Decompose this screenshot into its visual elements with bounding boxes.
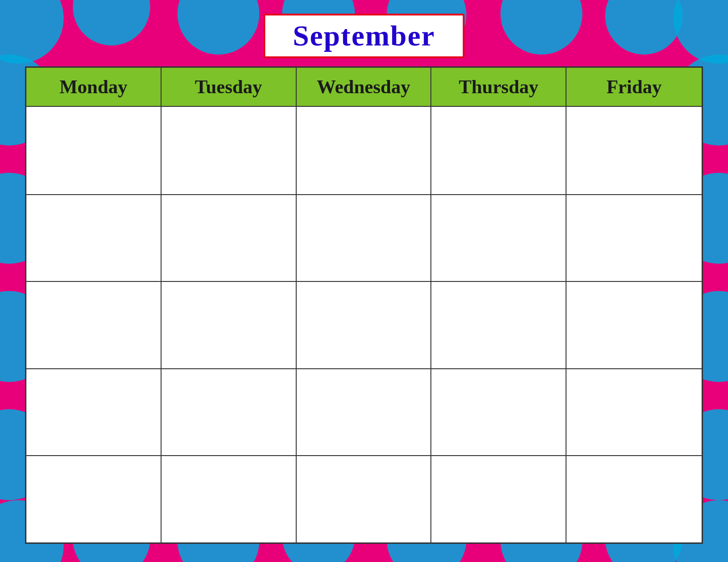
calendar-container: MondayTuesdayWednesdayThursdayFriday xyxy=(25,66,703,544)
title-container: September xyxy=(263,14,464,58)
calendar-cell[interactable] xyxy=(297,107,432,194)
calendar-cell[interactable] xyxy=(431,456,566,542)
calendar-cell[interactable] xyxy=(162,195,297,281)
calendar-body xyxy=(26,107,702,542)
calendar-cell[interactable] xyxy=(431,107,566,194)
day-label: Monday xyxy=(60,76,127,97)
day-label: Friday xyxy=(607,76,662,97)
calendar-cell[interactable] xyxy=(297,369,432,456)
calendar-cell[interactable] xyxy=(431,282,566,368)
calendar-cell[interactable] xyxy=(26,282,162,368)
calendar-row xyxy=(26,281,702,368)
calendar-row xyxy=(26,368,702,456)
calendar-cell[interactable] xyxy=(431,195,566,281)
header-cell-tuesday: Tuesday xyxy=(162,68,297,107)
header-cell-friday: Friday xyxy=(566,68,702,107)
calendar-row xyxy=(26,194,702,281)
calendar-header: MondayTuesdayWednesdayThursdayFriday xyxy=(26,68,702,107)
header-cell-thursday: Thursday xyxy=(431,68,566,107)
calendar-cell[interactable] xyxy=(162,107,297,194)
calendar-cell[interactable] xyxy=(297,282,432,368)
calendar-cell[interactable] xyxy=(566,369,702,456)
calendar-cell[interactable] xyxy=(26,456,162,542)
calendar-row xyxy=(26,107,702,194)
calendar-cell[interactable] xyxy=(431,369,566,456)
calendar-cell[interactable] xyxy=(297,456,432,542)
calendar-cell[interactable] xyxy=(297,195,432,281)
day-label: Thursday xyxy=(459,76,538,97)
calendar-cell[interactable] xyxy=(566,195,702,281)
page-wrapper: September MondayTuesdayWednesdayThursday… xyxy=(0,0,728,562)
calendar-cell[interactable] xyxy=(162,282,297,368)
calendar-cell[interactable] xyxy=(566,456,702,542)
calendar-row xyxy=(26,455,702,542)
calendar-cell[interactable] xyxy=(26,195,162,281)
calendar-cell[interactable] xyxy=(566,107,702,194)
calendar-cell[interactable] xyxy=(26,107,162,194)
calendar-title: September xyxy=(293,20,435,52)
calendar-cell[interactable] xyxy=(566,282,702,368)
day-label: Wednesday xyxy=(317,76,410,97)
calendar-cell[interactable] xyxy=(26,369,162,456)
day-label: Tuesday xyxy=(195,76,262,97)
calendar-cell[interactable] xyxy=(162,456,297,542)
header-cell-wednesday: Wednesday xyxy=(297,68,432,107)
calendar-cell[interactable] xyxy=(162,369,297,456)
header-cell-monday: Monday xyxy=(26,68,162,107)
